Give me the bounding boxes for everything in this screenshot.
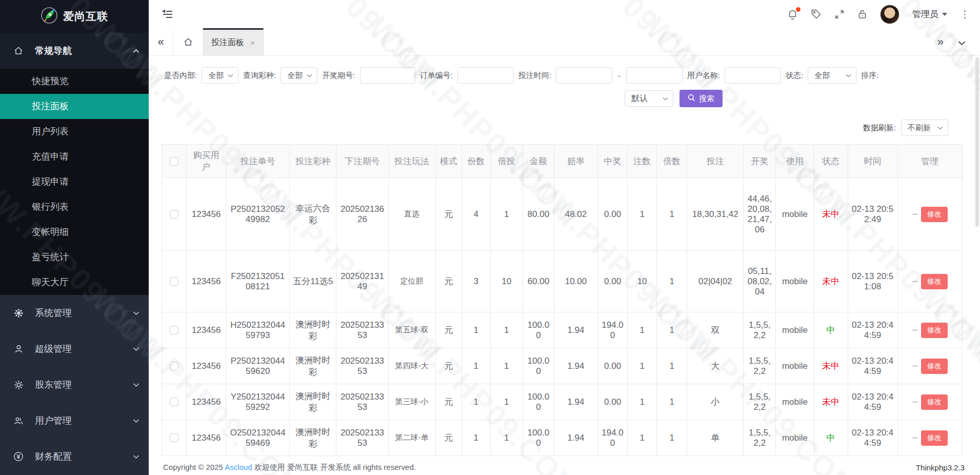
table-cell: F250213205108121 bbox=[226, 251, 290, 312]
table-cell: 澳洲时时彩 bbox=[290, 348, 336, 384]
table-cell: 1 bbox=[628, 420, 657, 456]
sidebar-section-item[interactable]: 超级管理 bbox=[0, 331, 149, 367]
modify-button[interactable]: 修改 bbox=[921, 274, 948, 289]
tag-icon[interactable] bbox=[811, 9, 822, 19]
table-header-cell: 投注彩种 bbox=[290, 145, 336, 178]
user-menu[interactable]: 管理员 bbox=[912, 8, 947, 20]
manage-cell: --修改 bbox=[897, 420, 962, 456]
table-cell: 0.00 bbox=[598, 348, 628, 384]
table-cell: 1.94 bbox=[554, 348, 597, 384]
sidebar-submenu-item[interactable]: 充值申请 bbox=[0, 144, 149, 169]
filter-select[interactable]: 全部 bbox=[281, 67, 317, 84]
modify-button[interactable]: 修改 bbox=[921, 323, 948, 338]
collapse-sidebar-icon[interactable] bbox=[162, 9, 173, 19]
table-header-cell: 状态 bbox=[814, 145, 848, 178]
table-header-row: 购买用户投注单号投注彩种下注期号投注玩法模式份数倍投金额赔率中奖注数倍数投注开奖… bbox=[162, 145, 963, 178]
manage-dash: -- bbox=[912, 276, 918, 286]
table-cell: 0.00 bbox=[598, 384, 628, 420]
table-cell: 直选 bbox=[388, 178, 435, 251]
sidebar-submenu-item[interactable]: 银行列表 bbox=[0, 194, 149, 220]
filter-input[interactable] bbox=[725, 67, 781, 84]
tabs-scroll-left-icon[interactable]: « bbox=[149, 28, 173, 55]
tab-home[interactable] bbox=[173, 28, 203, 55]
modify-button[interactable]: 修改 bbox=[921, 359, 948, 374]
modify-button[interactable]: 修改 bbox=[921, 394, 948, 410]
filter-select[interactable]: 全部 bbox=[202, 67, 238, 84]
table-cell: 123456 bbox=[187, 348, 226, 384]
table-cell: 02-13 20:51:08 bbox=[848, 251, 897, 312]
sidebar-submenu-item[interactable]: 盈亏统计 bbox=[0, 245, 149, 270]
sidebar-submenu-item[interactable]: 用户列表 bbox=[0, 119, 149, 144]
table-cell: 80.00 bbox=[523, 178, 554, 251]
more-options-icon[interactable]: ⋮ bbox=[960, 8, 970, 20]
fullscreen-icon[interactable] bbox=[834, 9, 845, 19]
tabs-menu-chevron-icon[interactable] bbox=[958, 35, 966, 49]
topbar-right: 管理员 ⋮ bbox=[787, 5, 970, 24]
toolbar-row: 默认 搜索 bbox=[625, 90, 980, 107]
sidebar-section-item[interactable]: 股东管理 bbox=[0, 367, 149, 403]
table-cell: 18,30,31,42 bbox=[687, 178, 744, 251]
notifications-bell-icon[interactable] bbox=[787, 9, 798, 20]
brand-logo: 爱尚互联 bbox=[0, 0, 149, 33]
manage-cell: --修改 bbox=[897, 348, 962, 384]
footer-link[interactable]: Ascloud bbox=[225, 463, 252, 471]
vertical-scrollbar[interactable] bbox=[975, 57, 979, 227]
table-cell: 1,5,5,2,2 bbox=[744, 348, 776, 384]
row-checkbox[interactable] bbox=[170, 362, 178, 370]
tab-close-icon[interactable]: × bbox=[250, 38, 255, 47]
row-checkbox[interactable] bbox=[170, 326, 178, 334]
tab-active[interactable]: 投注面板 × bbox=[203, 28, 264, 55]
chevron-up-icon bbox=[133, 49, 139, 53]
row-checkbox[interactable] bbox=[170, 398, 178, 406]
sidebar-section-item[interactable]: 用户管理 bbox=[0, 403, 149, 439]
filter-select[interactable]: 全部 bbox=[808, 67, 856, 84]
sidebar-submenu-item[interactable]: 变帐明细 bbox=[0, 220, 149, 245]
table-cell: 44,46,20,08,21,47,06 bbox=[744, 178, 776, 251]
topbar: 管理员 ⋮ bbox=[149, 0, 980, 28]
filter-label: 用户名称: bbox=[687, 71, 720, 81]
tabbar: « 投注面板 × » bbox=[149, 28, 980, 56]
sidebar-sections: 系统管理超级管理股东管理用户管理财务配置 bbox=[0, 295, 149, 474]
filter-input[interactable] bbox=[556, 67, 612, 84]
row-checkbox[interactable] bbox=[170, 210, 178, 219]
modify-button[interactable]: 修改 bbox=[921, 430, 948, 446]
table-cell: 05,11,08,02,04 bbox=[744, 251, 776, 312]
user-avatar[interactable] bbox=[880, 5, 899, 24]
table-cell: mobile bbox=[776, 384, 814, 420]
tabs-scroll-right-icon[interactable]: » bbox=[937, 35, 944, 49]
sidebar-submenu-item[interactable]: 提现申请 bbox=[0, 169, 149, 194]
row-checkbox[interactable] bbox=[170, 433, 178, 442]
table-cell: 1 bbox=[657, 312, 687, 348]
filter-input[interactable] bbox=[626, 67, 683, 84]
sidebar-submenu-item[interactable]: 快捷预览 bbox=[0, 69, 149, 94]
table-cell: 大 bbox=[687, 348, 744, 384]
table-cell: 1 bbox=[628, 312, 657, 348]
sidebar-submenu-item[interactable]: 投注面板 bbox=[0, 94, 149, 119]
filter-label: - bbox=[618, 71, 621, 80]
row-checkbox[interactable] bbox=[170, 277, 178, 286]
sidebar-submenu-item[interactable]: 聊天大厅 bbox=[0, 270, 149, 295]
manage-cell: --修改 bbox=[897, 251, 962, 312]
refresh-label: 数据刷新: bbox=[863, 123, 896, 133]
user-icon bbox=[13, 344, 24, 354]
sort-mode-select[interactable]: 默认 bbox=[625, 90, 673, 107]
refresh-select[interactable]: 不刷新 bbox=[901, 120, 948, 136]
table-cell: 4 bbox=[462, 178, 490, 251]
table-cell: 1,5,5,2,2 bbox=[744, 420, 776, 456]
table-row: 123456P250213204459620澳洲时时彩20250213353第四… bbox=[162, 348, 963, 384]
sidebar-section-item[interactable]: 系统管理 bbox=[0, 295, 149, 331]
table-cell: 元 bbox=[435, 384, 462, 420]
filter-input[interactable] bbox=[360, 67, 415, 84]
table-cell: 02-13 20:44:59 bbox=[848, 384, 897, 420]
filter-input[interactable] bbox=[457, 67, 514, 84]
select-all-checkbox[interactable] bbox=[170, 157, 178, 166]
modify-button[interactable]: 修改 bbox=[921, 207, 948, 222]
sidebar-group-changgui[interactable]: 常规导航 bbox=[0, 33, 149, 69]
chevron-down-icon bbox=[133, 311, 139, 315]
sidebar-section-item[interactable]: 财务配置 bbox=[0, 439, 149, 474]
search-button[interactable]: 搜索 bbox=[679, 90, 723, 107]
table-cell: 100.00 bbox=[523, 384, 554, 420]
lock-icon[interactable] bbox=[857, 9, 867, 19]
table-cell: 02-13 20:44:59 bbox=[848, 348, 897, 384]
table-cell: 澳洲时时彩 bbox=[290, 312, 336, 348]
